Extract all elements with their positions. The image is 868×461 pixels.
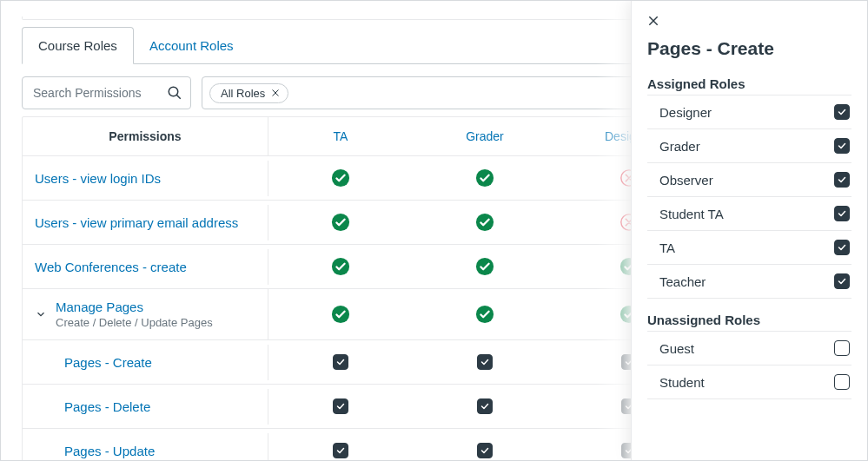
filter-chip-label: All Roles	[221, 87, 265, 100]
close-icon[interactable]	[270, 88, 281, 98]
permission-value[interactable]	[413, 245, 557, 288]
role-row: Student TA	[647, 197, 851, 231]
permission-cell: Web Conferences - create	[23, 249, 268, 285]
checkbox[interactable]	[834, 374, 850, 390]
checkbox[interactable]	[834, 104, 850, 120]
role-name: Teacher	[659, 274, 706, 289]
role-row: Grader	[647, 129, 851, 163]
checkbox[interactable]	[834, 172, 850, 188]
permission-value[interactable]	[268, 245, 413, 288]
role-row: Teacher	[647, 265, 851, 299]
permission-value[interactable]	[268, 429, 413, 461]
checkbox[interactable]	[477, 354, 493, 370]
permission-value[interactable]	[413, 340, 557, 384]
checkbox[interactable]	[333, 354, 348, 370]
permission-link[interactable]: Pages - Delete	[64, 399, 150, 414]
checkbox[interactable]	[834, 273, 850, 289]
permission-link[interactable]: Web Conferences - create	[35, 260, 187, 274]
permission-value[interactable]	[413, 385, 557, 428]
permission-cell: Users - view login IDs	[23, 161, 268, 196]
permission-value[interactable]	[413, 201, 557, 244]
permission-value[interactable]	[268, 340, 413, 384]
checkbox[interactable]	[477, 443, 493, 458]
role-row: Designer	[647, 95, 851, 129]
checkbox[interactable]	[834, 240, 850, 255]
role-row: Guest	[647, 331, 851, 366]
permission-value[interactable]	[268, 385, 413, 428]
detail-panel: Pages - Create Assigned Roles DesignerGr…	[631, 1, 867, 460]
panel-title: Pages - Create	[647, 38, 851, 59]
role-name: TA	[659, 240, 675, 255]
expand-cell[interactable]: Manage PagesCreate / Delete / Update Pag…	[23, 289, 268, 339]
role-row: Student	[647, 366, 851, 399]
permission-cell: Pages - Create	[23, 345, 268, 380]
permission-cell: Pages - Update	[23, 433, 268, 462]
svg-line-1	[176, 95, 181, 99]
chevron-down-icon	[35, 308, 47, 320]
permission-link[interactable]: Users - view login IDs	[35, 171, 161, 186]
search-box	[22, 76, 191, 109]
tab-course-roles[interactable]: Course Roles	[22, 27, 134, 64]
assigned-list: DesignerGraderObserverStudent TATATeache…	[647, 95, 851, 299]
permission-value[interactable]	[268, 201, 413, 244]
role-name: Student	[659, 375, 705, 390]
checkbox[interactable]	[477, 398, 493, 414]
checkbox[interactable]	[834, 138, 850, 154]
checkbox[interactable]	[834, 340, 850, 356]
role-name: Designer	[659, 105, 712, 120]
svg-point-0	[169, 87, 178, 96]
permission-cell: Users - view primary email address	[23, 205, 268, 240]
checkbox[interactable]	[834, 206, 850, 221]
role-name: Guest	[659, 341, 694, 356]
assigned-heading: Assigned Roles	[647, 76, 851, 91]
role-name: Grader	[659, 139, 700, 154]
permission-link[interactable]: Users - view primary email address	[35, 215, 238, 230]
col-role[interactable]: Grader	[413, 117, 557, 155]
permission-sublabel: Create / Delete / Update Pages	[56, 316, 213, 329]
unassigned-list: GuestStudent	[647, 331, 851, 399]
tab-account-roles[interactable]: Account Roles	[134, 28, 249, 63]
checkbox[interactable]	[333, 443, 348, 458]
permission-link[interactable]: Pages - Update	[64, 444, 155, 458]
role-row: TA	[647, 231, 851, 265]
permission-link[interactable]: Pages - Create	[64, 355, 152, 370]
search-icon	[167, 85, 182, 101]
role-name: Student TA	[659, 207, 724, 221]
permission-value[interactable]	[413, 293, 557, 336]
col-role[interactable]: TA	[268, 117, 413, 155]
checkbox[interactable]	[333, 398, 348, 414]
role-row: Observer	[647, 163, 851, 197]
filter-chip-all-roles: All Roles	[209, 83, 288, 103]
permission-link[interactable]: Manage Pages	[56, 300, 213, 314]
permission-value[interactable]	[268, 156, 413, 200]
permission-value[interactable]	[413, 429, 557, 461]
close-icon[interactable]	[647, 15, 659, 27]
col-permissions: Permissions	[23, 117, 268, 155]
permission-value[interactable]	[413, 156, 557, 200]
permission-cell: Pages - Delete	[23, 389, 268, 425]
unassigned-heading: Unassigned Roles	[647, 313, 851, 327]
permission-value[interactable]	[268, 293, 413, 336]
search-input[interactable]	[22, 76, 191, 109]
role-name: Observer	[659, 173, 713, 188]
